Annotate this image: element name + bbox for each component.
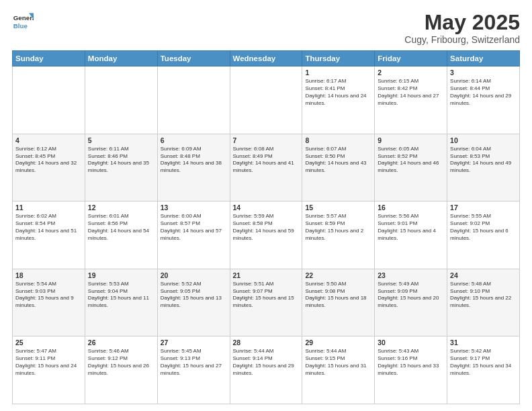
day-number: 28: [233, 338, 300, 347]
day-cell-2-1: 12Sunrise: 6:01 AMSunset: 8:56 PMDayligh…: [85, 201, 157, 269]
header-thursday: Thursday: [302, 51, 375, 66]
day-cell-1-4: 8Sunrise: 6:07 AMSunset: 8:50 PMDaylight…: [302, 134, 375, 201]
svg-text:Blue: Blue: [13, 22, 28, 30]
day-info: Sunrise: 6:17 AMSunset: 8:41 PMDaylight:…: [305, 78, 371, 107]
day-info: Sunrise: 5:55 AMSunset: 9:02 PMDaylight:…: [450, 213, 517, 242]
header-saturday: Saturday: [447, 51, 520, 66]
day-cell-3-4: 22Sunrise: 5:50 AMSunset: 9:08 PMDayligh…: [302, 269, 375, 336]
header-wednesday: Wednesday: [230, 51, 302, 66]
day-cell-0-0: [13, 66, 85, 134]
day-info: Sunrise: 5:51 AMSunset: 9:07 PMDaylight:…: [233, 281, 300, 310]
day-info: Sunrise: 5:44 AMSunset: 9:14 PMDaylight:…: [233, 348, 300, 377]
day-info: Sunrise: 5:46 AMSunset: 9:12 PMDaylight:…: [88, 348, 154, 377]
day-info: Sunrise: 5:45 AMSunset: 9:13 PMDaylight:…: [161, 348, 227, 377]
day-cell-3-5: 23Sunrise: 5:49 AMSunset: 9:09 PMDayligh…: [375, 269, 447, 336]
header: General Blue May 2025 Cugy, Fribourg, Sw…: [12, 11, 520, 45]
week-row-5: 25Sunrise: 5:47 AMSunset: 9:11 PMDayligh…: [13, 336, 520, 404]
day-info: Sunrise: 6:05 AMSunset: 8:52 PMDaylight:…: [378, 146, 444, 175]
day-info: Sunrise: 5:47 AMSunset: 9:11 PMDaylight:…: [15, 348, 82, 377]
day-cell-1-3: 7Sunrise: 6:08 AMSunset: 8:49 PMDaylight…: [230, 134, 302, 201]
day-number: 29: [305, 338, 371, 347]
day-number: 21: [233, 271, 300, 279]
day-info: Sunrise: 6:15 AMSunset: 8:42 PMDaylight:…: [378, 78, 444, 107]
day-cell-4-1: 26Sunrise: 5:46 AMSunset: 9:12 PMDayligh…: [85, 336, 157, 404]
day-cell-1-2: 6Sunrise: 6:09 AMSunset: 8:48 PMDaylight…: [157, 134, 230, 201]
day-number: 17: [450, 203, 517, 212]
header-tuesday: Tuesday: [157, 51, 230, 66]
day-info: Sunrise: 5:43 AMSunset: 9:16 PMDaylight:…: [378, 348, 444, 377]
day-number: 26: [88, 338, 154, 347]
subtitle: Cugy, Fribourg, Switzerland: [404, 34, 520, 45]
day-number: 3: [450, 68, 517, 77]
day-cell-2-6: 17Sunrise: 5:55 AMSunset: 9:02 PMDayligh…: [447, 201, 520, 269]
day-info: Sunrise: 5:59 AMSunset: 8:58 PMDaylight:…: [233, 213, 300, 242]
day-info: Sunrise: 6:01 AMSunset: 8:56 PMDaylight:…: [88, 213, 154, 242]
day-cell-4-3: 28Sunrise: 5:44 AMSunset: 9:14 PMDayligh…: [230, 336, 302, 404]
day-cell-1-0: 4Sunrise: 6:12 AMSunset: 8:45 PMDaylight…: [13, 134, 85, 201]
day-cell-0-2: [157, 66, 230, 134]
day-cell-4-4: 29Sunrise: 5:44 AMSunset: 9:15 PMDayligh…: [302, 336, 375, 404]
day-cell-4-2: 27Sunrise: 5:45 AMSunset: 9:13 PMDayligh…: [157, 336, 230, 404]
day-number: 15: [305, 203, 371, 212]
day-number: 6: [161, 136, 227, 144]
day-info: Sunrise: 5:49 AMSunset: 9:09 PMDaylight:…: [378, 281, 444, 310]
day-cell-0-5: 2Sunrise: 6:15 AMSunset: 8:42 PMDaylight…: [375, 66, 447, 134]
day-number: 2: [378, 68, 444, 77]
day-number: 16: [378, 203, 444, 212]
day-cell-4-6: 31Sunrise: 5:42 AMSunset: 9:17 PMDayligh…: [447, 336, 520, 404]
day-cell-1-5: 9Sunrise: 6:05 AMSunset: 8:52 PMDaylight…: [375, 134, 447, 201]
day-number: 1: [305, 68, 371, 77]
week-row-1: 1Sunrise: 6:17 AMSunset: 8:41 PMDaylight…: [13, 66, 520, 134]
calendar-page: General Blue May 2025 Cugy, Fribourg, Sw…: [0, 0, 532, 411]
day-info: Sunrise: 5:52 AMSunset: 9:05 PMDaylight:…: [161, 281, 227, 310]
day-info: Sunrise: 5:53 AMSunset: 9:04 PMDaylight:…: [88, 281, 154, 310]
main-title: May 2025: [404, 11, 520, 34]
day-number: 10: [450, 136, 517, 144]
day-info: Sunrise: 6:04 AMSunset: 8:53 PMDaylight:…: [450, 146, 517, 175]
logo-icon: General Blue: [12, 11, 34, 32]
day-info: Sunrise: 6:12 AMSunset: 8:45 PMDaylight:…: [15, 146, 82, 175]
logo: General Blue: [12, 11, 34, 32]
day-number: 14: [233, 203, 300, 212]
day-info: Sunrise: 5:48 AMSunset: 9:10 PMDaylight:…: [450, 281, 517, 310]
day-info: Sunrise: 6:00 AMSunset: 8:57 PMDaylight:…: [161, 213, 227, 242]
day-number: 25: [15, 338, 82, 347]
day-info: Sunrise: 5:57 AMSunset: 8:59 PMDaylight:…: [305, 213, 371, 242]
header-monday: Monday: [85, 51, 157, 66]
day-number: 4: [15, 136, 82, 144]
day-info: Sunrise: 6:02 AMSunset: 8:54 PMDaylight:…: [15, 213, 82, 242]
day-cell-0-6: 3Sunrise: 6:14 AMSunset: 8:44 PMDaylight…: [447, 66, 520, 134]
header-sunday: Sunday: [13, 51, 85, 66]
day-info: Sunrise: 6:08 AMSunset: 8:49 PMDaylight:…: [233, 146, 300, 175]
day-number: 31: [450, 338, 517, 347]
week-row-3: 11Sunrise: 6:02 AMSunset: 8:54 PMDayligh…: [13, 201, 520, 269]
day-number: 22: [305, 271, 371, 279]
day-cell-3-0: 18Sunrise: 5:54 AMSunset: 9:03 PMDayligh…: [13, 269, 85, 336]
day-number: 20: [161, 271, 227, 279]
day-info: Sunrise: 6:09 AMSunset: 8:48 PMDaylight:…: [161, 146, 227, 175]
day-number: 23: [378, 271, 444, 279]
title-block: May 2025 Cugy, Fribourg, Switzerland: [404, 11, 520, 45]
day-cell-2-2: 13Sunrise: 6:00 AMSunset: 8:57 PMDayligh…: [157, 201, 230, 269]
day-number: 5: [88, 136, 154, 144]
day-cell-0-4: 1Sunrise: 6:17 AMSunset: 8:41 PMDaylight…: [302, 66, 375, 134]
day-number: 24: [450, 271, 517, 279]
day-number: 27: [161, 338, 227, 347]
day-info: Sunrise: 6:07 AMSunset: 8:50 PMDaylight:…: [305, 146, 371, 175]
day-info: Sunrise: 5:54 AMSunset: 9:03 PMDaylight:…: [15, 281, 82, 310]
day-info: Sunrise: 5:42 AMSunset: 9:17 PMDaylight:…: [450, 348, 517, 377]
day-number: 19: [88, 271, 154, 279]
svg-text:General: General: [13, 14, 34, 21]
day-cell-4-0: 25Sunrise: 5:47 AMSunset: 9:11 PMDayligh…: [13, 336, 85, 404]
day-number: 7: [233, 136, 300, 144]
day-cell-1-6: 10Sunrise: 6:04 AMSunset: 8:53 PMDayligh…: [447, 134, 520, 201]
day-cell-2-0: 11Sunrise: 6:02 AMSunset: 8:54 PMDayligh…: [13, 201, 85, 269]
day-cell-0-3: [230, 66, 302, 134]
day-cell-4-5: 30Sunrise: 5:43 AMSunset: 9:16 PMDayligh…: [375, 336, 447, 404]
day-cell-3-6: 24Sunrise: 5:48 AMSunset: 9:10 PMDayligh…: [447, 269, 520, 336]
week-row-4: 18Sunrise: 5:54 AMSunset: 9:03 PMDayligh…: [13, 269, 520, 336]
week-row-2: 4Sunrise: 6:12 AMSunset: 8:45 PMDaylight…: [13, 134, 520, 201]
day-cell-1-1: 5Sunrise: 6:11 AMSunset: 8:46 PMDaylight…: [85, 134, 157, 201]
calendar-table: Sunday Monday Tuesday Wednesday Thursday…: [12, 50, 520, 404]
day-number: 18: [15, 271, 82, 279]
